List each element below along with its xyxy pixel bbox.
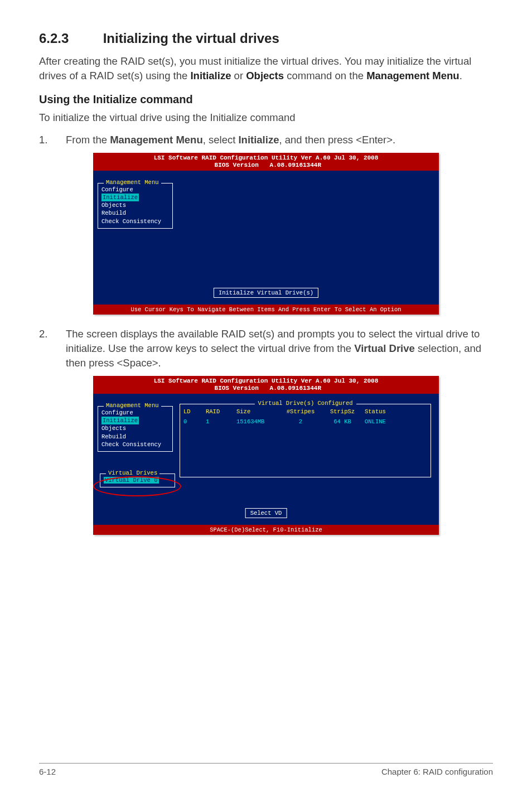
bios1-menu-objects[interactable]: Objects (101, 201, 169, 209)
bios2-menu-box: Management Menu Configure Initialize Obj… (98, 406, 173, 452)
bios1-body: Management Menu Configure Initialize Obj… (93, 171, 439, 305)
step1-bold-initialize: Initialize (238, 134, 279, 146)
bios2-menu-configure[interactable]: Configure (101, 409, 169, 417)
bios2-vd-data-row[interactable]: 0 1 151634MB 2 64 KB ONLINE (180, 417, 431, 427)
row-ld: 0 (183, 418, 206, 425)
section-number: 6.2.3 (39, 31, 99, 46)
row-size: 151634MB (236, 418, 281, 425)
step-2: 2. The screen displays the available RAI… (39, 327, 493, 370)
row-status: ONLINE (365, 418, 404, 425)
bios2-menu-check-consistency[interactable]: Check Consistency (101, 441, 169, 448)
intro-bold-initialize: Initialize (190, 70, 231, 81)
step-2-body: The screen displays the available RAID s… (66, 327, 493, 370)
intro-text-e: command on the (284, 70, 366, 81)
intro-bold-mgmtmenu: Management Menu (366, 70, 460, 81)
subintro-text: To initialize the virtual drive using th… (39, 110, 493, 125)
bios2-footer: SPACE-(De)Select, F10-Initialize (93, 525, 439, 535)
bios1-menu-check-consistency[interactable]: Check Consistency (101, 218, 169, 225)
bios2-header: LSI Software RAID Configuration Utility … (93, 376, 439, 394)
bios2-virtual-drives-box: Virtual Drives Virtual Drive 0 (100, 474, 175, 487)
step-1-body: From the Management Menu, select Initial… (66, 133, 493, 147)
bios1-menu-title: Management Menu (104, 179, 161, 186)
bios2-menu-initialize[interactable]: Initialize (101, 417, 139, 424)
step1-text-e: , and then press <Enter>. (279, 134, 395, 146)
bios2-menu-title: Management Menu (104, 402, 161, 409)
col-stripsz: StripSz (320, 408, 365, 415)
bios-screenshot-2: LSI Software RAID Configuration Utility … (93, 376, 439, 535)
bios-screenshot-1: LSI Software RAID Configuration Utility … (93, 153, 439, 315)
step1-text-a: From the (66, 134, 110, 146)
bios2-virtual-drives-title: Virtual Drives (106, 470, 159, 476)
intro-paragraph: After creating the RAID set(s), you must… (39, 54, 493, 83)
chapter-label: Chapter 6: RAID configuration (381, 767, 493, 776)
col-raid: RAID (206, 408, 236, 415)
bios1-header: LSI Software RAID Configuration Utility … (93, 153, 439, 171)
page-number: 6-12 (39, 767, 56, 776)
bios2-vd-table-title: Virtual Drive(s) Configured (254, 400, 356, 407)
bios1-menu-initialize[interactable]: Initialize (101, 194, 139, 201)
bios2-menu-rebuild[interactable]: Rebuild (101, 433, 169, 441)
subhead-using-initialize: Using the Initialize command (39, 93, 493, 106)
row-raid: 1 (206, 418, 236, 425)
step1-text-c: , select (203, 134, 239, 146)
bios2-menu-objects[interactable]: Objects (101, 424, 169, 432)
intro-bold-objects: Objects (246, 70, 284, 81)
col-ld: LD (183, 408, 206, 415)
intro-text-c: or (231, 70, 246, 81)
bios2-body: Management Menu Configure Initialize Obj… (93, 394, 439, 525)
section-title-text: Initializing the virtual drives (103, 31, 279, 46)
step-2-number: 2. (39, 327, 66, 370)
bios2-virtual-drive-0[interactable]: Virtual Drive 0 (104, 477, 159, 484)
bios1-hint: Initialize Virtual Drive(s) (214, 288, 318, 298)
bios1-menu-rebuild[interactable]: Rebuild (101, 209, 169, 217)
col-size: Size (236, 408, 281, 415)
col-stripes: #Stripes (281, 408, 320, 415)
step1-bold-mgmtmenu: Management Menu (110, 134, 203, 146)
row-stripsz: 64 KB (320, 418, 365, 425)
section-heading: 6.2.3 Initializing the virtual drives (39, 31, 493, 46)
intro-text-g: . (460, 70, 462, 81)
bios1-footer: Use Cursor Keys To Navigate Between Item… (93, 305, 439, 315)
col-status: Status (365, 408, 404, 415)
step2-bold-virtualdrive: Virtual Drive (354, 342, 415, 354)
bios1-menu-box: Management Menu Configure Initialize Obj… (98, 183, 173, 229)
row-stripes: 2 (281, 418, 320, 425)
bios2-vd-header-row: LD RAID Size #Stripes StripSz Status (180, 407, 431, 417)
bios2-hint: Select VD (245, 508, 287, 518)
step-1-number: 1. (39, 133, 66, 147)
bios1-menu-configure[interactable]: Configure (101, 186, 169, 194)
page-footer: 6-12 Chapter 6: RAID configuration (39, 763, 493, 776)
bios2-vd-table: Virtual Drive(s) Configured LD RAID Size… (180, 404, 431, 477)
step-1: 1. From the Management Menu, select Init… (39, 133, 493, 147)
